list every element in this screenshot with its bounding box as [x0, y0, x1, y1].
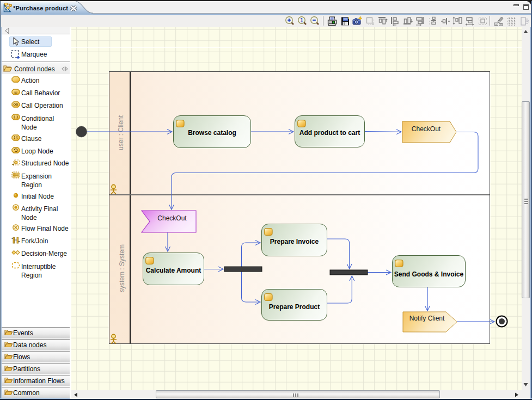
svg-text:1: 1 [300, 17, 303, 23]
svg-text:CheckOut: CheckOut [157, 214, 187, 222]
svg-text:CheckOut: CheckOut [412, 125, 441, 133]
svg-text:Notify Client: Notify Client [409, 315, 445, 322]
